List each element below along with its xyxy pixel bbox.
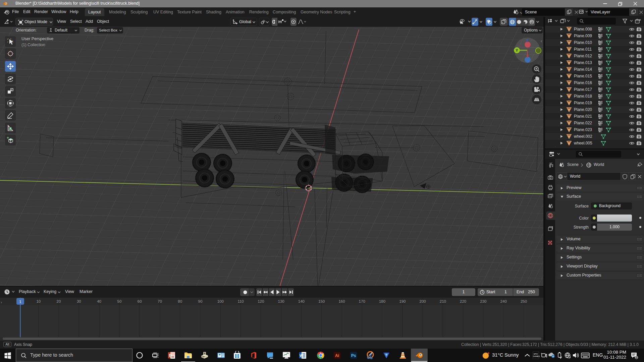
svg-text:190: 190 xyxy=(399,299,406,303)
svg-text:40: 40 xyxy=(97,299,101,303)
svg-text:140: 140 xyxy=(298,299,305,303)
svg-text:80: 80 xyxy=(178,299,182,303)
svg-text:110: 110 xyxy=(237,299,244,303)
svg-text:130: 130 xyxy=(278,299,284,303)
svg-text:90: 90 xyxy=(198,299,203,303)
svg-text:210: 210 xyxy=(440,299,446,303)
svg-text:150: 150 xyxy=(318,299,325,303)
svg-text:Ai: Ai xyxy=(335,353,339,358)
svg-text:240: 240 xyxy=(500,299,507,303)
svg-text:20: 20 xyxy=(57,299,61,303)
svg-text:70: 70 xyxy=(158,299,162,303)
svg-text:W: W xyxy=(300,354,303,358)
svg-text:X: X xyxy=(526,54,529,58)
svg-text:Ps: Ps xyxy=(351,353,356,358)
svg-text:100: 100 xyxy=(217,299,224,303)
svg-text:120: 120 xyxy=(258,299,264,303)
svg-text:Y: Y xyxy=(516,48,518,52)
svg-text:60: 60 xyxy=(138,299,142,303)
svg-text:230: 230 xyxy=(480,299,486,303)
svg-text:180: 180 xyxy=(379,299,385,303)
svg-text:2: 2 xyxy=(636,356,637,359)
svg-text:Z: Z xyxy=(526,39,529,43)
svg-text:1: 1 xyxy=(19,300,21,304)
svg-text:250: 250 xyxy=(521,299,527,303)
svg-text:200: 200 xyxy=(420,299,426,303)
svg-text:220: 220 xyxy=(460,299,466,303)
svg-text:50: 50 xyxy=(117,299,122,303)
svg-text:10: 10 xyxy=(36,299,41,303)
svg-text:160: 160 xyxy=(338,299,345,303)
svg-text:30: 30 xyxy=(77,299,81,303)
svg-text:P: P xyxy=(169,353,171,358)
svg-text:170: 170 xyxy=(359,299,365,303)
